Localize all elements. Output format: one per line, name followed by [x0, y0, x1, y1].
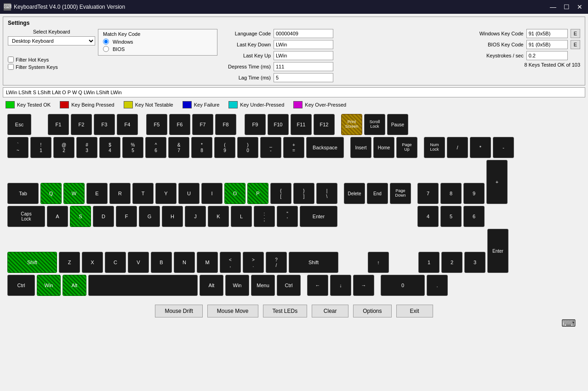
- key-arrow-right[interactable]: →: [353, 275, 374, 296]
- key-arrow-left[interactable]: ←: [307, 275, 328, 296]
- key-3[interactable]: # 3: [76, 137, 97, 158]
- key-tab[interactable]: Tab: [7, 183, 39, 204]
- key-numpad-5[interactable]: 5: [440, 206, 462, 227]
- key-right-win[interactable]: Win: [225, 275, 249, 296]
- key-9[interactable]: ( 9: [214, 137, 235, 158]
- key-numpad-7[interactable]: 7: [417, 183, 439, 204]
- key-l[interactable]: L: [231, 206, 252, 227]
- key-f7[interactable]: F7: [192, 114, 213, 135]
- key-period[interactable]: > .: [243, 252, 264, 273]
- clear-button[interactable]: Clear: [312, 305, 348, 317]
- key-close-bracket[interactable]: } ]: [293, 183, 314, 204]
- key-menu[interactable]: Menu: [251, 275, 275, 296]
- key-z[interactable]: Z: [59, 252, 80, 273]
- windows-radio[interactable]: [103, 39, 109, 45]
- filter-hotkeys-checkbox[interactable]: [8, 57, 14, 62]
- key-x[interactable]: X: [82, 252, 103, 273]
- mouse-drift-button[interactable]: Mouse Drift: [155, 305, 202, 317]
- key-left-win[interactable]: Win: [37, 275, 61, 296]
- key-o[interactable]: O: [224, 183, 245, 204]
- key-comma[interactable]: < ,: [220, 252, 241, 273]
- close-button[interactable]: ✕: [575, 3, 584, 11]
- filter-systemkeys-checkbox[interactable]: [8, 64, 14, 70]
- key-numpad-asterisk[interactable]: *: [470, 137, 491, 158]
- key-f[interactable]: F: [116, 206, 137, 227]
- key-insert[interactable]: Insert: [350, 137, 371, 158]
- key-page-down[interactable]: PageDown: [390, 183, 411, 204]
- key-2[interactable]: @ 2: [53, 137, 74, 158]
- key-f5[interactable]: F5: [146, 114, 167, 135]
- key-end[interactable]: End: [367, 183, 388, 204]
- key-numpad-3[interactable]: 3: [464, 252, 485, 273]
- key-right-alt[interactable]: Alt: [200, 275, 223, 296]
- key-right-shift[interactable]: Shift: [289, 252, 338, 273]
- bios-key-e-button[interactable]: E: [571, 40, 580, 49]
- key-8[interactable]: * 8: [191, 137, 212, 158]
- key-b[interactable]: B: [151, 252, 172, 273]
- key-j[interactable]: J: [185, 206, 206, 227]
- key-k[interactable]: K: [208, 206, 229, 227]
- key-0[interactable]: ) 0: [237, 137, 258, 158]
- key-numpad-4[interactable]: 4: [417, 206, 439, 227]
- key-backspace[interactable]: Backspace: [306, 137, 344, 158]
- key-left-ctrl[interactable]: Ctrl: [7, 275, 35, 296]
- key-f8[interactable]: F8: [215, 114, 236, 135]
- key-numpad-minus[interactable]: -: [493, 137, 514, 158]
- key-numpad-0[interactable]: 0: [381, 275, 425, 296]
- key-v[interactable]: V: [128, 252, 149, 273]
- key-right-ctrl[interactable]: Ctrl: [277, 275, 301, 296]
- key-numpad-enter[interactable]: Enter: [487, 229, 508, 273]
- key-home[interactable]: Home: [373, 137, 394, 158]
- key-print-screen[interactable]: PrintScreen: [341, 114, 362, 135]
- key-numlock[interactable]: NumLock: [424, 137, 445, 158]
- maximize-button[interactable]: ☐: [562, 3, 571, 11]
- key-left-shift[interactable]: Shift: [7, 252, 57, 273]
- key-n[interactable]: N: [174, 252, 195, 273]
- key-f9[interactable]: F9: [245, 114, 266, 135]
- key-s[interactable]: S: [70, 206, 91, 227]
- key-1[interactable]: ! 1: [30, 137, 51, 158]
- key-u[interactable]: U: [178, 183, 200, 204]
- key-enter[interactable]: Enter: [300, 206, 337, 227]
- key-a[interactable]: A: [47, 206, 68, 227]
- key-m[interactable]: M: [197, 252, 218, 273]
- key-c[interactable]: C: [105, 252, 126, 273]
- minimize-button[interactable]: —: [548, 3, 558, 11]
- key-y[interactable]: Y: [155, 183, 177, 204]
- key-numpad-1[interactable]: 1: [418, 252, 440, 273]
- options-button[interactable]: Options: [353, 305, 391, 317]
- key-numpad-plus[interactable]: +: [486, 160, 508, 204]
- key-minus[interactable]: _ -: [260, 137, 281, 158]
- key-i[interactable]: I: [201, 183, 223, 204]
- key-arrow-up[interactable]: ↑: [368, 252, 389, 273]
- key-d[interactable]: D: [93, 206, 114, 227]
- key-caps-lock[interactable]: CapsLock: [7, 206, 45, 227]
- key-arrow-down[interactable]: ↓: [330, 275, 351, 296]
- key-esc[interactable]: Esc: [7, 114, 31, 135]
- key-t[interactable]: T: [132, 183, 154, 204]
- key-p[interactable]: P: [247, 183, 268, 204]
- key-q[interactable]: Q: [40, 183, 62, 204]
- key-open-bracket[interactable]: { [: [270, 183, 291, 204]
- key-f6[interactable]: F6: [169, 114, 190, 135]
- key-spacebar[interactable]: [88, 275, 198, 296]
- key-e[interactable]: E: [86, 183, 108, 204]
- key-semicolon[interactable]: : ;: [254, 206, 275, 227]
- key-pause[interactable]: Pause: [387, 114, 408, 135]
- key-f10[interactable]: F10: [268, 114, 289, 135]
- key-slash[interactable]: ? /: [266, 252, 287, 273]
- key-numpad-8[interactable]: 8: [440, 183, 462, 204]
- key-backtick[interactable]: ` ~: [7, 137, 29, 158]
- key-f12[interactable]: F12: [314, 114, 335, 135]
- key-f2[interactable]: F2: [71, 114, 92, 135]
- key-numpad-decimal[interactable]: .: [427, 275, 448, 296]
- keyboard-select[interactable]: Desktop Keyboard: [8, 36, 95, 45]
- key-page-up[interactable]: PageUp: [396, 137, 417, 158]
- key-5[interactable]: % 5: [122, 137, 143, 158]
- key-scroll-lock[interactable]: ScrollLock: [364, 114, 385, 135]
- bios-radio[interactable]: [103, 46, 109, 52]
- key-quote[interactable]: " ': [277, 206, 298, 227]
- key-f11[interactable]: F11: [291, 114, 312, 135]
- key-numpad-2[interactable]: 2: [441, 252, 462, 273]
- key-left-alt[interactable]: Alt: [63, 275, 86, 296]
